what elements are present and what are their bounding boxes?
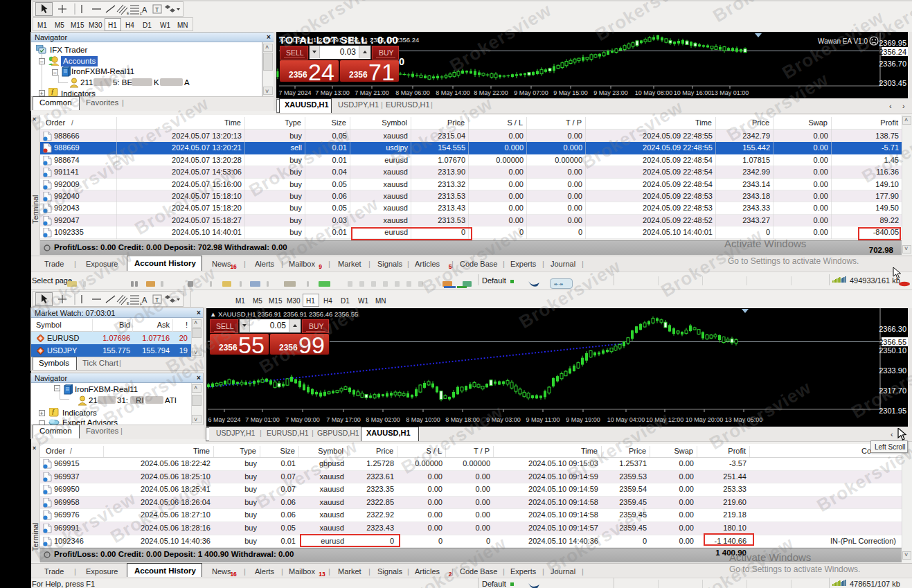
svg-text:2350.10: 2350.10 (879, 346, 906, 355)
svg-text:2356.24: 2356.24 (879, 48, 906, 56)
svg-text:T: T (155, 6, 159, 13)
svg-text:E: E (127, 11, 129, 15)
svg-text:2356.55: 2356.55 (879, 338, 906, 346)
svg-text:10 May 08:00: 10 May 08:00 (635, 89, 673, 96)
svg-text:10 May 20:00: 10 May 20:00 (686, 416, 724, 423)
svg-text:9 May 07:00: 9 May 07:00 (514, 89, 548, 96)
svg-text:13 May 01:00: 13 May 01:00 (711, 89, 749, 96)
svg-text:A: A (142, 6, 147, 14)
svg-text:8 May 14:00: 8 May 14:00 (436, 89, 470, 96)
svg-text:9 May 15:00: 9 May 15:00 (553, 89, 588, 96)
svg-text:9 May 19:00: 9 May 19:00 (566, 416, 600, 423)
svg-text:7 May 13:00: 7 May 13:00 (315, 89, 350, 96)
svg-text:9 May 23:00: 9 May 23:00 (593, 89, 628, 96)
svg-text:8 May 22:00: 8 May 22:00 (474, 89, 508, 96)
svg-text:7 May 21:00: 7 May 21:00 (355, 89, 389, 96)
svg-text:9 May 11:00: 9 May 11:00 (526, 416, 560, 423)
svg-text:7 May 09:00: 7 May 09:00 (285, 416, 320, 423)
svg-text:2303.45: 2303.45 (879, 79, 906, 87)
svg-text:7 May 2024: 7 May 2024 (278, 89, 311, 96)
svg-text:2366.30: 2366.30 (879, 325, 906, 333)
svg-text:E: E (127, 301, 129, 305)
svg-text:8 May 02:00: 8 May 02:00 (366, 416, 400, 423)
svg-text:10 May 16:00: 10 May 16:00 (674, 89, 712, 96)
svg-text:7 May 17:00: 7 May 17:00 (326, 416, 361, 423)
svg-text:2336.70: 2336.70 (879, 60, 906, 68)
svg-text:6 May 2024: 6 May 2024 (208, 416, 240, 423)
svg-text:8 May 06:00: 8 May 06:00 (395, 89, 430, 96)
svg-text:8 May 10:00: 8 May 10:00 (406, 416, 440, 423)
svg-text:7 May 01:00: 7 May 01:00 (245, 416, 280, 423)
